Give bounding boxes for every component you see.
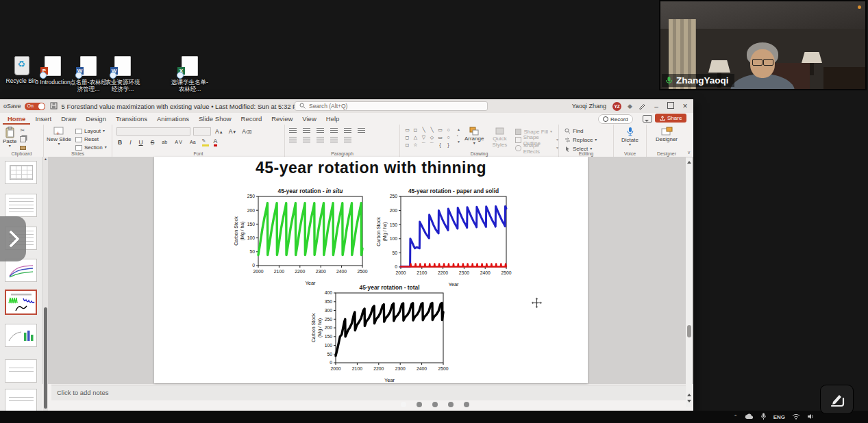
columns-icon[interactable] [344, 138, 351, 144]
align-center-icon[interactable] [303, 138, 310, 144]
account-name[interactable]: Yaoqi Zhang [572, 103, 606, 110]
slide-thumbnail-2[interactable] [5, 194, 37, 217]
quick-styles-button[interactable]: Quick Styles [488, 127, 511, 152]
onedrive-cloud-icon[interactable] [745, 413, 754, 421]
tab-view[interactable]: View [297, 115, 321, 123]
text-shadow-button[interactable]: ab [160, 140, 169, 144]
collapse-ribbon-icon[interactable]: ∨ [687, 150, 691, 155]
scroll-up-icon[interactable] [687, 159, 691, 164]
shrink-font-button[interactable]: A▼ [227, 128, 238, 135]
chart-in-situ[interactable]: 2000210022002300240025000501001502002504… [231, 186, 368, 286]
search-input[interactable]: Search (Alt+Q) [295, 101, 488, 111]
justify-icon[interactable] [330, 138, 338, 144]
designer-button[interactable]: Designer [647, 127, 686, 142]
slide-thumbnail-5-selected[interactable] [5, 290, 37, 315]
ink-pen-icon[interactable] [638, 102, 646, 111]
font-size-input[interactable] [193, 127, 211, 136]
main-scrollbar[interactable] [686, 157, 692, 407]
shapes-gallery-scrollbar[interactable]: ▲▪▼ [457, 127, 460, 152]
desktop-icon-excel-sheet[interactable]: X 选课学生名单-农林经... [170, 56, 210, 92]
dictate-button[interactable]: Dictate▾ [614, 127, 646, 146]
save-icon[interactable] [50, 102, 58, 111]
character-spacing-button[interactable]: A V [173, 140, 184, 144]
indicator-dot-active[interactable] [401, 402, 406, 407]
change-case-button[interactable]: Aa [188, 140, 197, 144]
desktop-icon-word-doc-2[interactable]: W 农业资源环境经济学... [103, 56, 142, 92]
expand-panel-button[interactable] [0, 216, 26, 261]
slide-thumbnail-8[interactable] [5, 389, 37, 412]
comments-icon[interactable] [643, 115, 652, 123]
slide-thumbnail-4[interactable] [5, 259, 37, 282]
minimize-button[interactable]: – [652, 103, 660, 110]
tab-home[interactable]: Home [3, 113, 30, 125]
line-spacing-icon[interactable] [344, 128, 351, 134]
speaker-icon[interactable] [807, 413, 815, 421]
section-button[interactable]: Section▾ [75, 144, 107, 151]
gem-icon[interactable]: ◆ [628, 103, 632, 110]
font-color-button[interactable]: A [214, 138, 218, 146]
previous-slide-button[interactable] [686, 390, 692, 398]
show-hidden-icons-chevron[interactable]: ⌃ [734, 414, 738, 420]
align-right-icon[interactable] [317, 138, 324, 144]
new-slide-button[interactable]: + New Slide▾ [47, 127, 71, 151]
language-indicator[interactable]: ENG [773, 414, 785, 420]
slide-thumbnail-7[interactable] [5, 359, 37, 383]
tab-draw[interactable]: Draw [56, 115, 81, 123]
thumbnail-panel-scrollbar[interactable]: ▲ [43, 157, 48, 411]
tab-insert[interactable]: Insert [30, 115, 56, 123]
tab-review[interactable]: Review [266, 115, 297, 123]
arrange-button[interactable]: Arrange▾ [464, 127, 484, 152]
copy-icon[interactable] [20, 136, 26, 142]
scrollbar-thumb[interactable] [44, 307, 47, 409]
highlight-color-button[interactable]: ✎ [202, 138, 209, 146]
record-button[interactable]: Record [598, 114, 633, 124]
indicator-dot[interactable] [464, 402, 469, 407]
next-slide-button[interactable] [686, 398, 692, 406]
desktop-icon-introduction[interactable]: P 0 Introduction [33, 56, 73, 86]
webcam-video[interactable]: ZhangYaoqi [659, 0, 867, 90]
paste-button[interactable]: Paste▾ [3, 127, 16, 150]
increase-indent-icon[interactable] [330, 128, 338, 134]
tab-help[interactable]: Help [321, 115, 345, 123]
italic-button[interactable]: I [128, 139, 132, 146]
avatar[interactable]: YZ [612, 102, 621, 111]
align-left-icon[interactable] [289, 138, 297, 144]
cut-icon[interactable]: ✂ [20, 127, 26, 133]
font-name-input[interactable] [116, 127, 190, 136]
autosave-toggle[interactable]: On [25, 103, 45, 110]
find-button[interactable]: Find [565, 127, 613, 135]
chart-total[interactable]: 2000210022002300240025000501001502002503… [308, 283, 449, 383]
indicator-dot[interactable] [432, 402, 438, 407]
layout-button[interactable]: Layout▾ [75, 127, 107, 135]
clear-formatting-button[interactable]: A⌫ [240, 128, 253, 135]
slide-title[interactable]: 45-year rotation with thinning [154, 159, 588, 177]
maximize-button[interactable] [667, 102, 675, 110]
indicator-dot[interactable] [448, 402, 454, 407]
slide-thumbnail-1[interactable] [5, 161, 37, 184]
microphone-icon[interactable] [760, 413, 767, 422]
scroll-up-icon[interactable]: ▲ [43, 157, 48, 161]
indicator-dot[interactable] [417, 402, 422, 407]
replace-button[interactable]: Replace▾ [565, 136, 613, 144]
tab-record[interactable]: Record [236, 115, 267, 123]
numbering-icon[interactable] [303, 128, 310, 134]
decrease-indent-icon[interactable] [317, 128, 324, 134]
underline-button[interactable]: U [138, 139, 145, 146]
slide-thumbnail-6[interactable] [5, 324, 37, 347]
bold-button[interactable]: B [116, 139, 123, 146]
notes-pane[interactable]: Click to add notes [51, 385, 686, 400]
chart-paper-and-solid[interactable]: 2000210022002300240025000501001502002504… [373, 186, 512, 287]
document-title[interactable]: 5 Forestland value maximization with exi… [62, 103, 303, 110]
strikethrough-button[interactable]: S [149, 139, 156, 146]
close-button[interactable]: × [681, 101, 689, 111]
scrollbar-thumb[interactable] [687, 325, 691, 337]
annotation-pen-button[interactable] [821, 385, 853, 413]
text-direction-icon[interactable] [358, 128, 365, 134]
tab-animations[interactable]: Animations [152, 115, 194, 123]
bullets-icon[interactable] [289, 128, 297, 134]
tab-design[interactable]: Design [81, 115, 111, 123]
grow-font-button[interactable]: A▲ [214, 128, 225, 135]
shapes-gallery[interactable]: ▭◻╲╲▭○ ◻△▽◇▭○ ◻☆⌒⌒{} [404, 127, 453, 152]
share-button[interactable]: Share [655, 114, 686, 123]
reset-button[interactable]: Reset [75, 136, 107, 143]
